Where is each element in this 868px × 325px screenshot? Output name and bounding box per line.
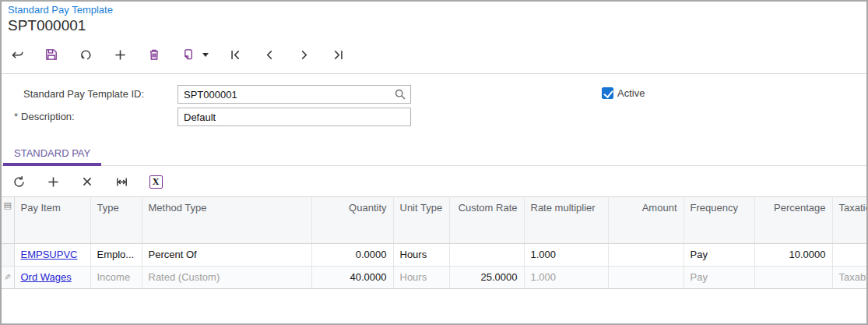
pay-item-link[interactable]: Ord Wages — [21, 271, 72, 283]
template-id-lookup-button[interactable] — [392, 87, 409, 102]
fit-to-screen-button[interactable] — [113, 173, 130, 190]
previous-record-button[interactable] — [262, 47, 277, 62]
previous-record-icon — [262, 48, 277, 62]
pay-item-link[interactable]: EMPSUPVC — [21, 249, 78, 260]
column-header-amount[interactable]: Amount — [608, 197, 684, 243]
record-id: SPT000001 — [8, 16, 113, 35]
template-id-input[interactable] — [177, 85, 411, 104]
record-nav-group — [227, 47, 364, 62]
plus-icon — [113, 48, 128, 62]
column-header-percentage[interactable]: Percentage — [754, 197, 832, 243]
grid-selector-header[interactable]: ▤ — [2, 197, 14, 243]
first-record-button[interactable] — [227, 47, 243, 62]
first-record-icon — [228, 48, 243, 62]
add-row-plus-icon — [46, 175, 61, 189]
screen-title-link[interactable]: Standard Pay Template — [8, 3, 113, 16]
row-edit-pencil-icon: ✎ — [3, 271, 12, 284]
last-record-icon — [331, 48, 346, 62]
grid-cell-type[interactable]: Income — [90, 266, 142, 288]
grid-cell-frequency[interactable]: Pay — [684, 266, 754, 288]
copy-paste-button[interactable] — [181, 47, 196, 62]
save-button[interactable] — [44, 47, 59, 62]
grid-cell-quantity[interactable]: 40.0000 — [311, 266, 393, 288]
save-icon — [44, 48, 58, 62]
grid-cell-amount[interactable] — [608, 243, 684, 266]
row-selector[interactable]: ✎ — [2, 266, 14, 288]
required-marker: * — [14, 111, 18, 122]
search-icon — [394, 88, 406, 101]
grid-settings-icon: ▤ — [2, 200, 14, 210]
grid-cell-unit-type[interactable]: Hours — [393, 243, 449, 266]
active-checkbox[interactable] — [602, 87, 613, 99]
delete-record-button[interactable] — [146, 47, 162, 62]
grid-toolbar: X — [3, 167, 181, 196]
tab-standard-pay[interactable]: STANDARD PAY — [3, 140, 101, 166]
clipboard-icon — [181, 48, 195, 62]
grid-cell-rate-multiplier[interactable]: 1.000 — [524, 266, 608, 288]
grid-cell-method-type[interactable]: Rated (Custom) — [142, 266, 311, 288]
column-header-type[interactable]: Type — [90, 197, 142, 243]
column-header-unit-type[interactable]: Unit Type — [393, 197, 449, 243]
grid-cell-method-type[interactable]: Percent Of — [142, 243, 311, 266]
template-id-label: Standard Pay Template ID: — [23, 88, 144, 100]
form-area: Standard Pay Template ID: Active *Descri… — [2, 79, 866, 136]
export-excel-icon: X — [149, 175, 163, 189]
page-header: Standard Pay Template SPT000001 — [8, 3, 113, 35]
grid-cell-frequency[interactable]: Pay — [684, 243, 754, 266]
grid-cell-pay-item[interactable]: Ord Wages — [14, 266, 90, 288]
active-checkbox-field[interactable]: Active — [602, 87, 645, 99]
undo-icon — [79, 48, 93, 62]
refresh-icon — [12, 175, 26, 189]
copy-paste-dropdown-caret-icon[interactable] — [202, 53, 209, 57]
export-to-excel-button[interactable]: X — [147, 173, 164, 190]
standard-pay-grid: ▤Pay ItemTypeMethod TypeQuantityUnit Typ… — [2, 196, 866, 289]
active-checkbox-label: Active — [617, 87, 645, 99]
column-header-taxation[interactable]: Taxation — [832, 197, 866, 243]
delete-row-button[interactable] — [79, 173, 96, 190]
description-input[interactable] — [177, 108, 411, 126]
toolbar-separator — [2, 73, 866, 74]
column-header-quantity[interactable]: Quantity — [311, 197, 393, 243]
back-button[interactable] — [9, 47, 25, 62]
trash-icon — [147, 48, 161, 62]
grid-cell-percentage[interactable] — [754, 266, 832, 288]
row-selector[interactable] — [2, 243, 14, 266]
description-label: *Description: — [14, 111, 75, 122]
grid-cell-taxation[interactable] — [832, 243, 866, 266]
grid-row: EMPSUPVCEmplo...Percent Of0.0000Hours1.0… — [2, 243, 866, 266]
column-header-pay-item[interactable]: Pay Item — [14, 197, 90, 243]
undo-button[interactable] — [78, 47, 93, 62]
next-record-icon — [297, 48, 311, 62]
grid-cell-type[interactable]: Emplo... — [90, 243, 142, 266]
main-toolbar — [3, 37, 364, 72]
fit-to-screen-icon — [114, 175, 129, 189]
column-header-rate-multiplier[interactable]: Rate multiplier — [524, 197, 608, 243]
grid-cell-custom-rate[interactable] — [449, 243, 524, 266]
grid-cell-quantity[interactable]: 0.0000 — [311, 243, 393, 266]
grid-cell-taxation[interactable]: Taxable — [832, 266, 866, 288]
grid-cell-percentage[interactable]: 10.0000 — [754, 243, 832, 266]
add-row-button[interactable] — [44, 173, 61, 190]
column-header-method-type[interactable]: Method Type — [142, 197, 311, 243]
add-record-button[interactable] — [112, 47, 128, 62]
back-icon — [10, 48, 25, 62]
last-record-button[interactable] — [330, 47, 346, 62]
grid-cell-pay-item[interactable]: EMPSUPVC — [14, 243, 90, 266]
grid-cell-amount[interactable] — [608, 266, 684, 288]
standard-pay-template-window: Standard Pay Template SPT000001 Standard… — [0, 0, 868, 325]
column-header-custom-rate[interactable]: Custom Rate — [449, 197, 524, 243]
grid-row: ✎Ord WagesIncomeRated (Custom)40.0000Hou… — [2, 266, 866, 288]
grid-cell-unit-type[interactable]: Hours — [393, 266, 449, 288]
delete-row-x-icon — [80, 175, 94, 189]
next-record-button[interactable] — [296, 47, 311, 62]
tab-bar: STANDARD PAY — [2, 140, 866, 166]
column-header-frequency[interactable]: Frequency — [684, 197, 754, 243]
grid-cell-custom-rate[interactable]: 25.0000 — [449, 266, 524, 288]
grid-cell-rate-multiplier[interactable]: 1.000 — [524, 243, 608, 266]
refresh-button[interactable] — [10, 173, 27, 190]
